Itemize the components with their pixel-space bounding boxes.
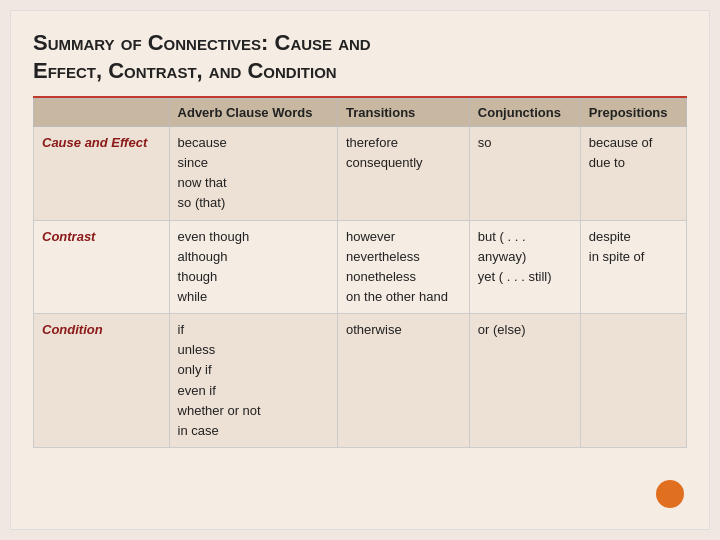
cell-adverb: even thoughalthoughthoughwhile <box>169 220 337 314</box>
title-line2: Effect, Contrast, and Condition <box>33 58 337 83</box>
col-header-prepositions: Prepositions <box>580 99 686 127</box>
table-row: Conditionifunlessonly ifeven ifwhether o… <box>34 314 687 448</box>
table-header-row: Adverb Clause Words Transitions Conjunct… <box>34 99 687 127</box>
col-header-adverb: Adverb Clause Words <box>169 99 337 127</box>
orange-dot-decoration <box>656 480 684 508</box>
cell-conjunctions: so <box>469 127 580 221</box>
cell-prepositions: because ofdue to <box>580 127 686 221</box>
cell-label: Condition <box>34 314 170 448</box>
col-header-conjunctions: Conjunctions <box>469 99 580 127</box>
table-row: Contrasteven thoughalthoughthoughwhileho… <box>34 220 687 314</box>
cell-adverb: ifunlessonly ifeven ifwhether or notin c… <box>169 314 337 448</box>
cell-adverb: becausesincenow thatso (that) <box>169 127 337 221</box>
title-line1: Summary of Connectives: Cause and <box>33 30 371 55</box>
cell-label: Cause and Effect <box>34 127 170 221</box>
cell-conjunctions: but ( . . .anyway)yet ( . . . still) <box>469 220 580 314</box>
connectives-table: Adverb Clause Words Transitions Conjunct… <box>33 98 687 448</box>
cell-transitions: otherwise <box>337 314 469 448</box>
cell-prepositions <box>580 314 686 448</box>
cell-transitions: thereforeconsequently <box>337 127 469 221</box>
page-title: Summary of Connectives: Cause and Effect… <box>33 29 687 84</box>
col-header-transitions: Transitions <box>337 99 469 127</box>
cell-label: Contrast <box>34 220 170 314</box>
cell-prepositions: despitein spite of <box>580 220 686 314</box>
cell-transitions: howeverneverthelessnonethelesson the oth… <box>337 220 469 314</box>
cell-conjunctions: or (else) <box>469 314 580 448</box>
table-row: Cause and Effectbecausesincenow thatso (… <box>34 127 687 221</box>
col-header-label <box>34 99 170 127</box>
